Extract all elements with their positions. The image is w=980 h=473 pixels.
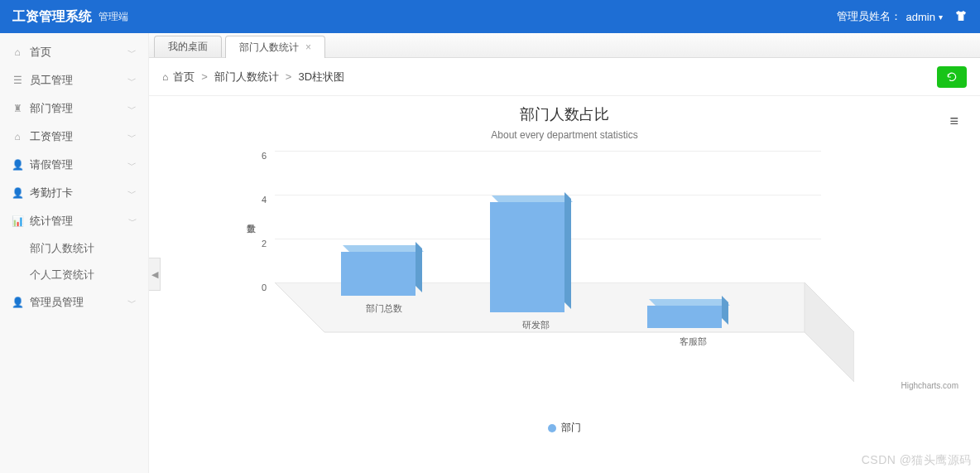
- bar-rd[interactable]: [490, 202, 564, 312]
- chart-title: 部门人数占比: [166, 104, 963, 124]
- sidebar: ⌂ 首页 ﹀ ☰ 员工管理 ﹀ ♜ 部门管理 ﹀ ⌂ 工资管理 ﹀ 👤 请假管理…: [0, 33, 149, 473]
- nav-label: 首页: [30, 45, 51, 60]
- chart-icon: 📊: [12, 215, 23, 227]
- home-icon: ⌂: [162, 71, 168, 83]
- app-subtitle: 管理端: [98, 10, 128, 24]
- chart-container: ≡ 部门人数占比 About every department statisti…: [149, 96, 980, 473]
- admin-name[interactable]: admin: [906, 11, 935, 23]
- nav-label: 员工管理: [30, 73, 73, 88]
- nav-personal-salary-stats[interactable]: 个人工资统计: [0, 262, 148, 288]
- ytick-6: 6: [250, 151, 267, 161]
- chart-legend[interactable]: 部门: [166, 421, 963, 435]
- nav-sub-label: 个人工资统计: [30, 268, 94, 282]
- tab-label: 我的桌面: [168, 40, 208, 54]
- admin-label: 管理员姓名：: [837, 9, 901, 24]
- nav-label: 部门管理: [30, 101, 73, 116]
- tab-desktop[interactable]: 我的桌面: [154, 36, 222, 57]
- bar-label-1: 研发部: [522, 319, 550, 331]
- chevron-down-icon: ﹀: [127, 187, 137, 200]
- topbar: 工资管理系统 管理端 管理员姓名： admin ▾: [0, 0, 980, 33]
- person-icon: 👤: [12, 159, 23, 171]
- chevron-down-icon: ﹀: [127, 46, 137, 59]
- nav-leave[interactable]: 👤 请假管理 ﹀: [0, 151, 148, 179]
- nav-salary[interactable]: ⌂ 工资管理 ﹀: [0, 123, 148, 151]
- nav-department[interactable]: ♜ 部门管理 ﹀: [0, 94, 148, 123]
- nav-sub-label: 部门人数统计: [30, 241, 94, 256]
- admin-icon: 👤: [12, 297, 23, 308]
- user-dropdown-caret[interactable]: ▾: [939, 12, 943, 22]
- tab-label: 部门人数统计: [239, 41, 299, 55]
- nav-label: 请假管理: [30, 157, 73, 172]
- nav-label: 统计管理: [30, 214, 73, 229]
- nav-label: 考勤打卡: [30, 186, 73, 200]
- ytick-2: 2: [250, 239, 267, 249]
- crumb-3d: 3D柱状图: [298, 70, 344, 84]
- chevron-down-icon: ﹀: [127, 75, 137, 87]
- refresh-icon: [946, 71, 958, 83]
- chevron-up-icon: ︿: [127, 215, 137, 228]
- nav-home[interactable]: ⌂ 首页 ﹀: [0, 38, 148, 66]
- nav-attendance[interactable]: 👤 考勤打卡 ﹀: [0, 179, 148, 207]
- tabs: 我的桌面 部门人数统计 ×: [149, 33, 980, 58]
- chart-credit[interactable]: Highcharts.com: [901, 381, 958, 390]
- nav-label: 管理员管理: [30, 295, 84, 310]
- breadcrumb-bar: ⌂ 首页 > 部门人数统计 > 3D柱状图: [149, 58, 980, 96]
- chart-plot: 6 4 2 0 数量: [250, 151, 879, 416]
- svg-marker-1: [805, 282, 854, 382]
- chevron-down-icon: ﹀: [127, 159, 137, 171]
- user-icon: ☰: [12, 75, 23, 86]
- home-icon: ⌂: [12, 46, 23, 58]
- app-brand: 工资管理系统: [12, 8, 92, 26]
- nav-dept-stats[interactable]: 部门人数统计: [0, 235, 148, 262]
- nav-employee[interactable]: ☰ 员工管理 ﹀: [0, 66, 148, 94]
- sitemap-icon: ♜: [12, 103, 23, 114]
- nav-label: 工资管理: [30, 129, 73, 144]
- chart-menu-icon[interactable]: ≡: [949, 113, 958, 130]
- nav-statistics-submenu: 部门人数统计 个人工资统计: [0, 235, 148, 288]
- nav-statistics[interactable]: 📊 统计管理 ︿: [0, 207, 148, 235]
- tab-dept-stats[interactable]: 部门人数统计 ×: [225, 36, 325, 58]
- bar-label-0: 部门总数: [366, 302, 402, 315]
- bar-label-2: 客服部: [680, 335, 707, 348]
- legend-dot-icon: [548, 424, 556, 432]
- main-area: 我的桌面 部门人数统计 × ⌂ 首页 > 部门人数统计 > 3D柱状图 ≡ 部门…: [149, 33, 980, 473]
- chevron-down-icon: ﹀: [127, 131, 137, 143]
- crumb-dept-stats[interactable]: 部门人数统计: [214, 70, 279, 84]
- clock-icon: 👤: [12, 187, 23, 199]
- theme-icon[interactable]: [954, 9, 968, 25]
- ytick-0: 0: [250, 282, 267, 292]
- bar-dept-total[interactable]: [341, 252, 416, 296]
- close-icon[interactable]: ×: [305, 41, 311, 53]
- chevron-down-icon: ﹀: [127, 297, 137, 309]
- nav-admin[interactable]: 👤 管理员管理 ﹀: [0, 288, 148, 316]
- chevron-down-icon: ﹀: [127, 103, 137, 115]
- money-icon: ⌂: [12, 131, 23, 142]
- bar-customer[interactable]: [647, 306, 722, 328]
- watermark: CSDN @猫头鹰源码: [862, 453, 972, 468]
- legend-label: 部门: [561, 422, 581, 433]
- ytick-4: 4: [250, 195, 267, 205]
- chart-subtitle: About every department statistics: [166, 129, 963, 141]
- crumb-home[interactable]: 首页: [173, 70, 195, 84]
- refresh-button[interactable]: [937, 66, 967, 88]
